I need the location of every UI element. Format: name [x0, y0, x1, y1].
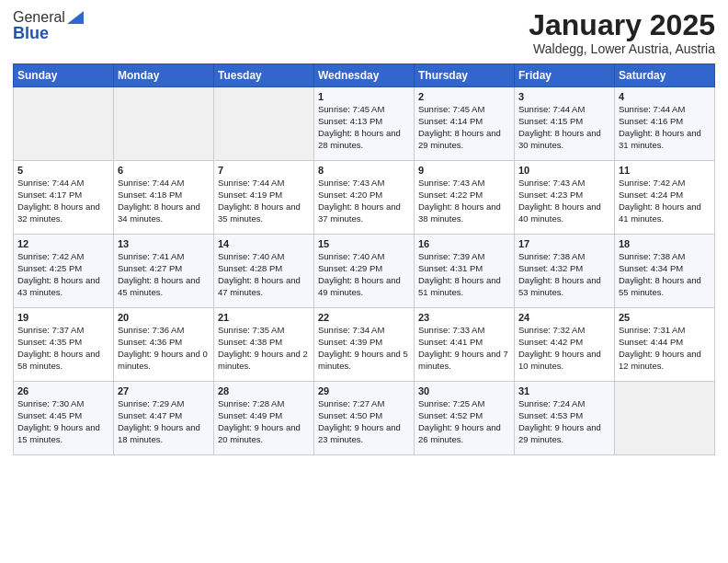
- day-number: 2: [418, 91, 510, 102]
- day-info: Sunrise: 7:24 AMSunset: 4:53 PMDaylight:…: [518, 398, 610, 445]
- day-info: Sunrise: 7:25 AMSunset: 4:52 PMDaylight:…: [418, 398, 510, 445]
- calendar-cell-1-1: [14, 87, 114, 161]
- day-number: 31: [518, 385, 610, 396]
- calendar-cell-2-6: 10Sunrise: 7:43 AMSunset: 4:23 PMDayligh…: [515, 161, 615, 235]
- header-sunday: Sunday: [14, 64, 114, 87]
- day-number: 26: [17, 385, 109, 396]
- day-info: Sunrise: 7:40 AMSunset: 4:29 PMDaylight:…: [318, 251, 410, 298]
- calendar-cell-4-4: 22Sunrise: 7:34 AMSunset: 4:39 PMDayligh…: [314, 308, 415, 382]
- calendar-cell-3-6: 17Sunrise: 7:38 AMSunset: 4:32 PMDayligh…: [515, 235, 615, 308]
- calendar-week-2: 5Sunrise: 7:44 AMSunset: 4:17 PMDaylight…: [14, 161, 715, 235]
- day-info: Sunrise: 7:40 AMSunset: 4:28 PMDaylight:…: [218, 251, 310, 298]
- calendar-cell-2-5: 9Sunrise: 7:43 AMSunset: 4:22 PMDaylight…: [415, 161, 515, 235]
- calendar-cell-4-5: 23Sunrise: 7:33 AMSunset: 4:41 PMDayligh…: [415, 308, 515, 382]
- day-number: 11: [619, 165, 711, 176]
- calendar-cell-4-2: 20Sunrise: 7:36 AMSunset: 4:36 PMDayligh…: [114, 308, 214, 382]
- calendar-cell-2-3: 7Sunrise: 7:44 AMSunset: 4:19 PMDaylight…: [214, 161, 314, 235]
- day-info: Sunrise: 7:30 AMSunset: 4:45 PMDaylight:…: [17, 398, 109, 445]
- day-number: 29: [318, 385, 410, 396]
- day-info: Sunrise: 7:44 AMSunset: 4:15 PMDaylight:…: [518, 104, 610, 151]
- day-number: 10: [518, 165, 610, 176]
- day-info: Sunrise: 7:34 AMSunset: 4:39 PMDaylight:…: [318, 325, 410, 372]
- day-info: Sunrise: 7:45 AMSunset: 4:14 PMDaylight:…: [418, 104, 510, 151]
- day-info: Sunrise: 7:43 AMSunset: 4:20 PMDaylight:…: [318, 178, 410, 224]
- day-number: 15: [318, 238, 410, 249]
- day-info: Sunrise: 7:27 AMSunset: 4:50 PMDaylight:…: [318, 398, 410, 445]
- calendar-cell-5-1: 26Sunrise: 7:30 AMSunset: 4:45 PMDayligh…: [14, 382, 114, 455]
- day-info: Sunrise: 7:43 AMSunset: 4:22 PMDaylight:…: [418, 178, 510, 224]
- main-container: General Blue January 2025 Waldegg, Lower…: [0, 0, 728, 463]
- logo-blue-text: Blue: [13, 24, 49, 43]
- day-info: Sunrise: 7:38 AMSunset: 4:34 PMDaylight:…: [619, 251, 711, 298]
- day-info: Sunrise: 7:42 AMSunset: 4:24 PMDaylight:…: [619, 178, 711, 224]
- calendar-cell-1-7: 4Sunrise: 7:44 AMSunset: 4:16 PMDaylight…: [615, 87, 715, 161]
- calendar-cell-3-5: 16Sunrise: 7:39 AMSunset: 4:31 PMDayligh…: [415, 235, 515, 308]
- day-info: Sunrise: 7:44 AMSunset: 4:16 PMDaylight:…: [619, 104, 711, 151]
- day-number: 18: [619, 238, 711, 249]
- day-info: Sunrise: 7:33 AMSunset: 4:41 PMDaylight:…: [418, 325, 510, 372]
- day-number: 19: [17, 312, 109, 323]
- day-number: 9: [418, 165, 510, 176]
- calendar-cell-4-7: 25Sunrise: 7:31 AMSunset: 4:44 PMDayligh…: [615, 308, 715, 382]
- location: Waldegg, Lower Austria, Austria: [529, 41, 715, 56]
- calendar-cell-5-4: 29Sunrise: 7:27 AMSunset: 4:50 PMDayligh…: [314, 382, 415, 455]
- day-info: Sunrise: 7:42 AMSunset: 4:25 PMDaylight:…: [17, 251, 109, 298]
- calendar-cell-2-1: 5Sunrise: 7:44 AMSunset: 4:17 PMDaylight…: [14, 161, 114, 235]
- day-info: Sunrise: 7:45 AMSunset: 4:13 PMDaylight:…: [318, 104, 410, 151]
- day-info: Sunrise: 7:41 AMSunset: 4:27 PMDaylight:…: [118, 251, 210, 298]
- calendar-cell-3-7: 18Sunrise: 7:38 AMSunset: 4:34 PMDayligh…: [615, 235, 715, 308]
- day-number: 21: [218, 312, 310, 323]
- day-info: Sunrise: 7:32 AMSunset: 4:42 PMDaylight:…: [518, 325, 610, 372]
- day-number: 14: [218, 238, 310, 249]
- calendar-cell-5-3: 28Sunrise: 7:28 AMSunset: 4:49 PMDayligh…: [214, 382, 314, 455]
- day-number: 22: [318, 312, 410, 323]
- day-number: 7: [218, 165, 310, 176]
- calendar-cell-4-3: 21Sunrise: 7:35 AMSunset: 4:38 PMDayligh…: [214, 308, 314, 382]
- calendar-cell-4-1: 19Sunrise: 7:37 AMSunset: 4:35 PMDayligh…: [14, 308, 114, 382]
- day-number: 17: [518, 238, 610, 249]
- calendar-cell-1-5: 2Sunrise: 7:45 AMSunset: 4:14 PMDaylight…: [415, 87, 515, 161]
- day-info: Sunrise: 7:44 AMSunset: 4:18 PMDaylight:…: [118, 178, 210, 224]
- month-title: January 2025: [529, 9, 715, 41]
- calendar-week-3: 12Sunrise: 7:42 AMSunset: 4:25 PMDayligh…: [14, 235, 715, 308]
- day-number: 12: [17, 238, 109, 249]
- calendar-body: 1Sunrise: 7:45 AMSunset: 4:13 PMDaylight…: [14, 87, 715, 455]
- day-number: 24: [518, 312, 610, 323]
- calendar-table: Sunday Monday Tuesday Wednesday Thursday…: [13, 63, 715, 455]
- day-number: 13: [118, 238, 210, 249]
- title-block: January 2025 Waldegg, Lower Austria, Aus…: [529, 9, 715, 56]
- day-info: Sunrise: 7:31 AMSunset: 4:44 PMDaylight:…: [619, 325, 711, 372]
- calendar-cell-2-7: 11Sunrise: 7:42 AMSunset: 4:24 PMDayligh…: [615, 161, 715, 235]
- header-wednesday: Wednesday: [314, 64, 415, 87]
- day-number: 3: [518, 91, 610, 102]
- calendar-cell-4-6: 24Sunrise: 7:32 AMSunset: 4:42 PMDayligh…: [515, 308, 615, 382]
- day-number: 23: [418, 312, 510, 323]
- day-info: Sunrise: 7:29 AMSunset: 4:47 PMDaylight:…: [118, 398, 210, 445]
- day-number: 8: [318, 165, 410, 176]
- header-row: Sunday Monday Tuesday Wednesday Thursday…: [14, 64, 715, 87]
- header-saturday: Saturday: [615, 64, 715, 87]
- day-info: Sunrise: 7:44 AMSunset: 4:19 PMDaylight:…: [218, 178, 310, 224]
- day-number: 30: [418, 385, 510, 396]
- day-info: Sunrise: 7:38 AMSunset: 4:32 PMDaylight:…: [518, 251, 610, 298]
- header-friday: Friday: [515, 64, 615, 87]
- calendar-cell-5-5: 30Sunrise: 7:25 AMSunset: 4:52 PMDayligh…: [415, 382, 515, 455]
- header-tuesday: Tuesday: [214, 64, 314, 87]
- calendar-cell-2-4: 8Sunrise: 7:43 AMSunset: 4:20 PMDaylight…: [314, 161, 415, 235]
- day-info: Sunrise: 7:44 AMSunset: 4:17 PMDaylight:…: [17, 178, 109, 224]
- calendar-cell-3-1: 12Sunrise: 7:42 AMSunset: 4:25 PMDayligh…: [14, 235, 114, 308]
- day-number: 1: [318, 91, 410, 102]
- day-info: Sunrise: 7:36 AMSunset: 4:36 PMDaylight:…: [118, 325, 210, 372]
- day-number: 4: [619, 91, 711, 102]
- logo: General Blue: [13, 9, 84, 43]
- day-number: 27: [118, 385, 210, 396]
- calendar-cell-1-4: 1Sunrise: 7:45 AMSunset: 4:13 PMDaylight…: [314, 87, 415, 161]
- day-number: 16: [418, 238, 510, 249]
- header-thursday: Thursday: [415, 64, 515, 87]
- calendar-week-5: 26Sunrise: 7:30 AMSunset: 4:45 PMDayligh…: [14, 382, 715, 455]
- day-number: 20: [118, 312, 210, 323]
- day-number: 28: [218, 385, 310, 396]
- calendar-week-4: 19Sunrise: 7:37 AMSunset: 4:35 PMDayligh…: [14, 308, 715, 382]
- calendar-cell-3-2: 13Sunrise: 7:41 AMSunset: 4:27 PMDayligh…: [114, 235, 214, 308]
- day-number: 6: [118, 165, 210, 176]
